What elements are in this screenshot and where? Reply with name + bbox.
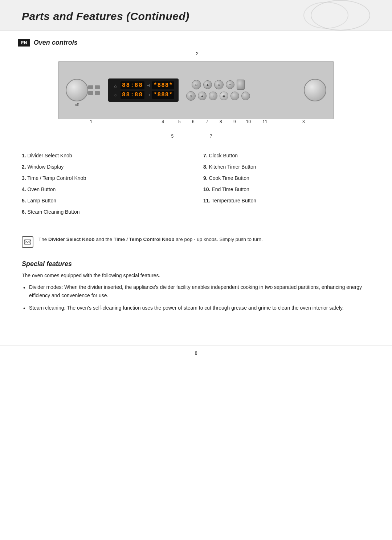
page-number: 8 [195,350,197,356]
diag-label-5-6-label: 5 [178,119,181,124]
part-label-2: Window Display [28,164,64,170]
oven-controls-title: Oven controls [34,39,78,47]
diag-label-3: 3 [302,119,305,124]
parts-columns: 1. Divider Select Knob 2. Window Display… [22,152,370,219]
down-button[interactable]: ▲ [198,92,207,100]
part-label-1: Divider Select Knob [28,153,72,158]
special-features-section: Special features The oven comes equipped… [0,257,392,324]
symbols-left [88,85,100,95]
kitchen-timer-button[interactable] [237,80,245,90]
page-title: Parts and Features (Continued) [22,10,370,23]
note-icon [22,236,33,248]
part-num-10: 10. [203,186,210,192]
display-digits-2: 88:88 [121,91,144,99]
diag-label-4: 4 [162,119,164,124]
special-feature-1: Divider modes: When the divider inserted… [22,283,370,299]
time-temp-control-knob[interactable] [304,79,326,101]
plus-button[interactable]: ⊣ [226,80,234,89]
window-display: △ 88:88 ⊣ *888* ☼ 88:88 ⊣ *888* [108,78,179,102]
oven-diagram: △ 88:88 ⊣ *888* ☼ 88:88 ⊣ *888* □ ▲ ⊙ [58,61,334,119]
parts-col-left: 1. Divider Select Knob 2. Window Display… [22,152,189,219]
diag-label-7b: 7 [210,134,212,139]
diagram-container: 2 △ 88:88 ⊣ *8 [0,51,392,145]
part-num-5: 5. [22,198,26,203]
part-item-6: 6. Steam Cleaning Button [22,208,189,216]
steam-cleaning-button[interactable]: → [209,92,217,100]
part-item-10: 10. End Time Button [203,186,370,193]
display-icon-2: ☼ [113,93,118,97]
note-bold-2: Time / Temp Control Knob [114,237,175,242]
buttons-area: □ ▲ ⊙ ⊣ ◎ ▲ → ◉ [186,80,250,101]
oven-button[interactable]: □ [192,80,201,89]
oven-controls-header: EN Oven controls [0,31,392,51]
parts-list-section: 1. Divider Select Knob 2. Window Display… [0,145,392,227]
part-num-4: 4. [22,186,26,192]
svg-rect-0 [24,240,31,244]
part-item-9: 9. Cook Time Button [203,174,370,182]
svg-line-1 [24,242,26,244]
diag-label-1: 1 [90,119,93,124]
part-num-3: 3. [22,175,26,181]
diag-label-5b: 5 [171,134,174,139]
display-arrow-1: ⊣ [147,84,150,88]
display-arrow-2: ⊣ [147,93,150,97]
display-icon-1: △ [113,84,118,88]
display-digits-1: 88:88 [121,81,144,89]
page-footer: 8 [0,346,392,360]
symbol-box-1 [88,85,93,89]
special-features-list: Divider modes: When the divider inserted… [22,283,370,312]
note-text: The Divider Select Knob and the Time / T… [38,235,263,243]
symbol-box-4 [95,91,100,95]
part-label-5: Lamp Button [28,198,56,203]
display-row-2: ☼ 88:88 ⊣ *888* [113,91,174,99]
part-num-11: 11. [203,198,210,203]
note-bold-1: Divider Select Knob [48,237,95,242]
up-button[interactable]: ▲ [203,80,212,89]
display-row-1: △ 88:88 ⊣ *888* [113,81,174,89]
envelope-icon [24,239,31,245]
display-temp-1: *888* [152,81,174,89]
temperature-button[interactable] [241,92,250,100]
en-badge: EN [18,39,30,47]
part-label-9: Cook Time Button [209,175,249,181]
special-features-title: Special features [22,260,370,268]
diagram-wrapper: 2 △ 88:88 ⊣ *8 [22,51,370,141]
part-num-8: 8. [203,164,208,170]
display-temp-2: *888* [152,91,174,99]
part-num-2: 2. [22,164,26,170]
special-feature-2: Steam cleaning: The oven's self-cleaning… [22,304,370,312]
part-item-11: 11. Temperature Button [203,197,370,205]
diag-label-11: 11 [262,119,267,124]
diagram-labels-row2: 5 7 [58,134,334,141]
part-label-10: End Time Button [212,186,249,192]
part-label-7: Clock Button [209,153,238,158]
part-num-9: 9. [203,175,208,181]
part-num-7: 7. [203,153,208,158]
diag-label-8: 8 [220,119,222,124]
part-item-3: 3. Time / Temp Control Knob [22,174,189,182]
diag-label-6: 6 [192,119,195,124]
part-label-11: Temperature Button [212,198,256,203]
part-num-6: 6. [22,209,26,215]
symbol-box-2 [95,85,100,89]
clock-button[interactable]: ⊙ [214,80,224,89]
lamp-button[interactable]: ◎ [186,91,196,101]
part-item-4: 4. Oven Button [22,186,189,193]
special-features-intro: The oven comes equipped with the followi… [22,271,370,279]
cook-time-button[interactable]: ◉ [220,92,228,100]
part-item-7: 7. Clock Button [203,152,370,160]
note-section: The Divider Select Knob and the Time / T… [0,230,392,254]
diagram-labels: 1 4 5 6 7 8 9 10 11 3 [58,119,334,134]
part-label-6: Steam Cleaning Button [28,209,80,215]
diag-label-10: 10 [246,119,251,124]
end-time-button[interactable] [230,92,239,100]
part-item-8: 8. Kitchen Timer Button [203,163,370,171]
page-header: Parts and Features (Continued) [0,0,392,31]
part-item-2: 2. Window Display [22,163,189,171]
part-label-8: Kitchen Timer Button [209,164,256,170]
part-num-1: 1. [22,153,26,158]
divider-select-knob[interactable] [66,79,88,101]
part-label-4: Oven Button [28,186,56,192]
buttons-bottom-row: ◎ ▲ → ◉ [186,91,250,101]
part-item-1: 1. Divider Select Knob [22,152,189,160]
